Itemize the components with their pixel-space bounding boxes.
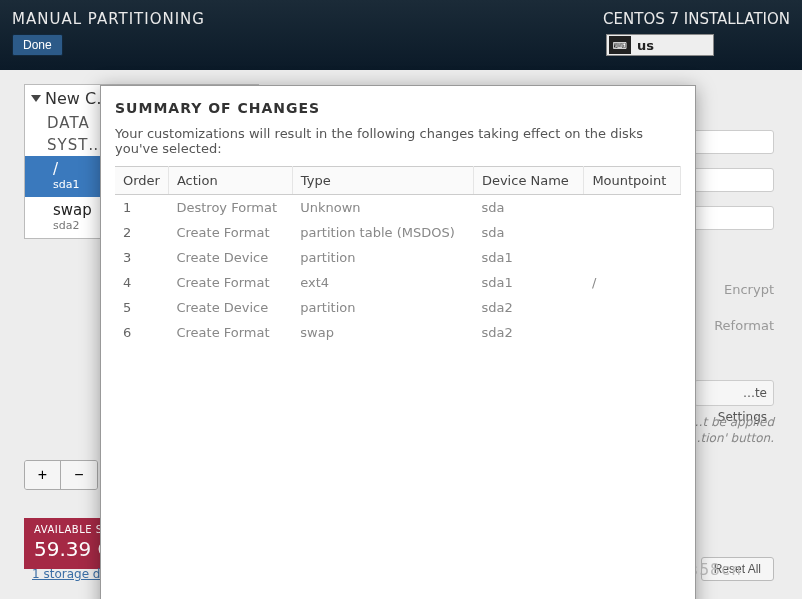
- cell-mount: /: [584, 270, 681, 295]
- cell-type: Unknown: [292, 195, 473, 221]
- reformat-label: Reformat: [714, 318, 774, 333]
- cell-mount: [584, 245, 681, 270]
- add-partition-button[interactable]: +: [25, 461, 61, 489]
- update-settings-button[interactable]: …te Settings: [694, 380, 774, 406]
- chevron-down-icon: [31, 95, 41, 102]
- keyboard-layout-selector[interactable]: ⌨ us: [606, 34, 714, 56]
- cell-type: partition: [292, 245, 473, 270]
- cell-device: sda: [473, 195, 583, 221]
- cell-device: sda2: [473, 295, 583, 320]
- cell-mount: [584, 320, 681, 345]
- cell-order: 2: [115, 220, 168, 245]
- encrypt-label: Encrypt: [724, 282, 774, 297]
- add-remove-toolbar: + −: [24, 460, 98, 490]
- cell-mount: [584, 195, 681, 221]
- table-row[interactable]: 3Create Devicepartitionsda1: [115, 245, 681, 270]
- cell-mount: [584, 220, 681, 245]
- cell-action: Create Format: [168, 270, 292, 295]
- cell-device: sda: [473, 220, 583, 245]
- cell-action: Create Device: [168, 245, 292, 270]
- table-row[interactable]: 5Create Devicepartitionsda2: [115, 295, 681, 320]
- done-button[interactable]: Done: [12, 34, 63, 56]
- page-title: MANUAL PARTITIONING: [12, 10, 205, 28]
- col-action[interactable]: Action: [168, 167, 292, 195]
- cell-action: Create Format: [168, 220, 292, 245]
- col-type[interactable]: Type: [292, 167, 473, 195]
- table-row[interactable]: 6Create Formatswapsda2: [115, 320, 681, 345]
- cell-type: partition table (MSDOS): [292, 220, 473, 245]
- cell-mount: [584, 295, 681, 320]
- cell-order: 3: [115, 245, 168, 270]
- cell-order: 1: [115, 195, 168, 221]
- table-row[interactable]: 2Create Formatpartition table (MSDOS)sda: [115, 220, 681, 245]
- summary-of-changes-dialog: SUMMARY OF CHANGES Your customizations w…: [100, 85, 696, 599]
- cell-device: sda1: [473, 245, 583, 270]
- changes-table: Order Action Type Device Name Mountpoint…: [115, 166, 681, 345]
- installer-title: CENTOS 7 INSTALLATION: [603, 10, 790, 28]
- remove-partition-button[interactable]: −: [61, 461, 97, 489]
- cell-type: partition: [292, 295, 473, 320]
- dialog-title: SUMMARY OF CHANGES: [115, 100, 681, 116]
- cell-order: 6: [115, 320, 168, 345]
- cell-action: Destroy Format: [168, 195, 292, 221]
- cell-type: ext4: [292, 270, 473, 295]
- keyboard-icon: ⌨: [609, 36, 631, 54]
- top-bar: MANUAL PARTITIONING CENTOS 7 INSTALLATIO…: [0, 0, 802, 70]
- cell-type: swap: [292, 320, 473, 345]
- hint-text: …t be applied …tion' button.: [689, 414, 775, 446]
- cell-order: 4: [115, 270, 168, 295]
- cell-action: Create Format: [168, 320, 292, 345]
- cell-order: 5: [115, 295, 168, 320]
- cell-device: sda1: [473, 270, 583, 295]
- cell-device: sda2: [473, 320, 583, 345]
- col-device[interactable]: Device Name: [473, 167, 583, 195]
- col-order[interactable]: Order: [115, 167, 168, 195]
- keyboard-layout-label: us: [637, 38, 654, 53]
- reset-all-button[interactable]: Reset All: [701, 557, 774, 581]
- cell-action: Create Device: [168, 295, 292, 320]
- table-row[interactable]: 1Destroy FormatUnknownsda: [115, 195, 681, 221]
- table-row[interactable]: 4Create Formatext4sda1/: [115, 270, 681, 295]
- col-mount[interactable]: Mountpoint: [584, 167, 681, 195]
- dialog-description: Your customizations will result in the f…: [115, 126, 681, 156]
